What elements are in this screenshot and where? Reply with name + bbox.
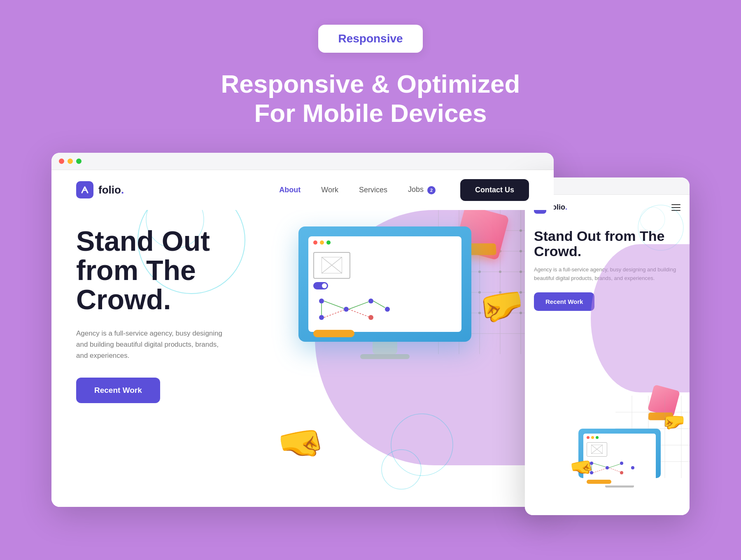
mobile-hand-right: 🤜 — [662, 411, 685, 433]
mobile-browser: folio. Stand Out from The Crowd. Agency … — [525, 177, 690, 515]
dot-3 — [76, 159, 82, 164]
hand-left: 🤜 — [275, 418, 328, 469]
svg-point-18 — [520, 229, 522, 232]
svg-line-83 — [609, 464, 620, 468]
heading-line2: For Mobile Devices — [254, 99, 487, 127]
svg-point-79 — [631, 466, 634, 469]
mobile-content: folio. Stand Out from The Crowd. Agency … — [525, 195, 690, 515]
logo-text: folio. — [98, 184, 124, 196]
mobile-purple-blob — [591, 244, 690, 392]
mobile-illustration: 🤜 🤜 — [574, 383, 690, 499]
responsive-badge: Responsive — [318, 25, 422, 53]
svg-point-51 — [368, 315, 373, 320]
browser-titlebar — [51, 153, 554, 170]
svg-line-55 — [324, 310, 344, 317]
nav-links: About Work Services Jobs 2 — [279, 185, 436, 194]
svg-point-76 — [606, 466, 609, 469]
dot-2 — [68, 159, 73, 164]
monitor-3d — [298, 226, 471, 366]
browsers-wrapper: folio. About Work Services Jobs 2 Contac… — [51, 153, 690, 523]
main-heading: Responsive & Optimized For Mobile Device… — [221, 69, 520, 128]
jobs-badge: 2 — [427, 186, 436, 194]
svg-line-54 — [324, 301, 344, 308]
svg-line-58 — [373, 301, 385, 308]
svg-point-62 — [640, 207, 665, 232]
deco-circle-tiny — [381, 449, 422, 490]
nav-work[interactable]: Work — [321, 186, 338, 194]
hero-description: Agency is a full-service agency, busy de… — [76, 328, 224, 362]
svg-point-61 — [638, 205, 683, 250]
heading-line1: Responsive & Optimized — [221, 70, 520, 98]
mobile-hand-left: 🤜 — [569, 454, 595, 480]
nav-services[interactable]: Services — [359, 186, 387, 194]
svg-point-78 — [620, 471, 623, 474]
svg-point-28 — [478, 271, 481, 273]
browser-content: folio. About Work Services Jobs 2 Contac… — [51, 170, 554, 507]
hero-title: Stand Out from The Crowd. — [76, 226, 257, 315]
hero-illustration: 🤜 🤜 — [282, 202, 537, 482]
hand-right: 🤜 — [475, 280, 529, 331]
svg-line-82 — [593, 469, 606, 473]
svg-point-48 — [319, 315, 324, 320]
mobile-recent-work-button[interactable]: Recent Work — [534, 292, 594, 311]
svg-point-77 — [620, 462, 623, 465]
hero-text: Stand Out from The Crowd. Agency is a fu… — [76, 226, 257, 404]
svg-line-81 — [593, 463, 606, 467]
logo-area: folio. — [76, 181, 124, 198]
svg-point-49 — [344, 307, 349, 312]
svg-point-52 — [385, 307, 390, 312]
svg-point-24 — [520, 250, 522, 252]
svg-point-47 — [319, 299, 324, 303]
desktop-browser: folio. About Work Services Jobs 2 Contac… — [51, 153, 554, 507]
logo-icon — [76, 181, 93, 198]
navbar: folio. About Work Services Jobs 2 Contac… — [51, 170, 554, 210]
svg-line-84 — [609, 468, 620, 472]
svg-line-56 — [349, 302, 368, 309]
hero-section: Stand Out from The Crowd. Agency is a fu… — [51, 210, 554, 404]
svg-point-60 — [382, 450, 421, 489]
contact-button[interactable]: Contact Us — [460, 179, 529, 201]
svg-point-29 — [499, 271, 501, 273]
dot-1 — [59, 159, 64, 164]
nav-about[interactable]: About — [279, 186, 301, 194]
badge-container: Responsive — [318, 25, 422, 53]
svg-point-50 — [368, 299, 373, 303]
nav-jobs[interactable]: Jobs 2 — [408, 185, 436, 194]
svg-line-57 — [349, 309, 368, 317]
svg-point-30 — [520, 271, 522, 273]
recent-work-button[interactable]: Recent Work — [76, 378, 160, 403]
